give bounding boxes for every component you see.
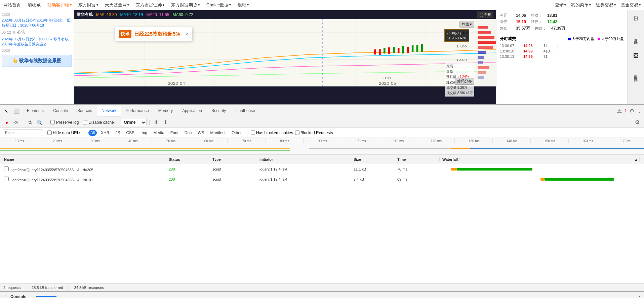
import-button[interactable]: ⬆ — [152, 118, 160, 126]
filter-sep — [45, 130, 45, 136]
nav-fund-trade[interactable]: 基金交易 — [621, 2, 641, 8]
filter-input[interactable] — [3, 129, 43, 136]
devtools-more-icon[interactable]: ⋮ — [637, 108, 642, 114]
date-label: 06-12 — [2, 30, 11, 34]
svg-rect-37 — [478, 61, 483, 64]
tab-application[interactable]: Application — [177, 106, 207, 116]
blocked-requests-input[interactable] — [295, 131, 299, 135]
svg-rect-13 — [388, 47, 390, 54]
announcement-2[interactable]: 2020年06月12日发布《600037:歌华有线2019年年度权益分派实施公 — [2, 37, 72, 47]
filter-font[interactable]: Font — [168, 130, 180, 136]
trade-rows: 13:30:07 14.96 14 ↓ 13:30:10 14.99 410 ↑… — [500, 43, 624, 59]
qr-icon-btn[interactable] — [629, 49, 643, 62]
col-waterfall[interactable]: Waterfall▲ — [440, 157, 641, 161]
feedback-icon-btn[interactable]: 意见反馈 — [629, 30, 643, 44]
tab-elements[interactable]: Elements — [22, 106, 48, 116]
nav-my-menu[interactable]: 我的菜单 — [571, 2, 591, 8]
col-initiator[interactable]: Initiator — [258, 157, 352, 161]
status-sep-2: | — [68, 286, 69, 290]
nav-securities[interactable]: 东方财富证券 — [136, 2, 164, 8]
filter-ws[interactable]: WS — [196, 130, 206, 136]
nav-mobile[interactable]: 移动客户端 — [47, 2, 72, 8]
tab-network[interactable]: Network — [97, 106, 121, 116]
tab-performance[interactable]: Performance — [121, 106, 154, 116]
col-name[interactable]: Name — [3, 157, 167, 161]
filter-button[interactable]: ⚗ — [26, 118, 34, 126]
has-blocked-cookies-input[interactable] — [251, 131, 255, 135]
filter-media[interactable]: Media — [151, 130, 166, 136]
tab-memory[interactable]: Memory — [154, 106, 177, 116]
filter-js[interactable]: JS — [113, 130, 122, 136]
svg-rect-34 — [478, 46, 493, 49]
announcement-1[interactable]: 2020年06月12日公布2019年年报分红，股权登记日：2020年06月18 — [2, 18, 72, 28]
filter-css[interactable]: CSS — [124, 130, 136, 136]
network-condition-select[interactable]: Online Offline Slow 3G — [121, 119, 147, 126]
settings-icon-btn[interactable]: ⚙ — [629, 12, 643, 25]
devtools-settings-icon[interactable]: ⚙ — [630, 108, 634, 114]
svg-rect-12 — [384, 48, 386, 53]
chouma-button[interactable]: 筹码分布 — [455, 78, 474, 85]
nav-securities-trade[interactable]: 证券交易 — [596, 2, 616, 8]
nav-fund[interactable]: 天天基金网 — [105, 2, 129, 8]
junxian-button[interactable]: 均线 ▾ — [459, 21, 474, 28]
nav-bookmark[interactable]: 加收藏 — [28, 2, 41, 8]
tl-30ms: 30 ms — [76, 139, 114, 143]
disable-cache-checkbox[interactable]: Disable cache — [83, 120, 114, 125]
tab-sources[interactable]: Sources — [73, 106, 97, 116]
blocked-requests-checkbox[interactable]: Blocked Requests — [295, 131, 333, 135]
filter-xhr[interactable]: XHR — [99, 130, 111, 136]
fullscreen-button[interactable]: ⛶ 全屏 — [477, 11, 493, 18]
svg-rect-40 — [478, 76, 484, 79]
nav-login[interactable]: 登录 — [555, 2, 566, 8]
record-button[interactable]: ● — [3, 118, 11, 126]
data-banner[interactable]: 👆 歌华有线数据全景图 — [2, 55, 72, 67]
news-tag: 快讯 — [119, 30, 131, 38]
col-type[interactable]: Type — [211, 157, 258, 161]
network-settings-button[interactable]: ⚙ — [633, 118, 641, 126]
news-close-button[interactable]: × — [186, 32, 188, 37]
nav-futures[interactable]: 东方财富期货 — [171, 2, 200, 8]
back-top-btn[interactable]: 回到顶部 — [629, 67, 643, 81]
row2-checkbox[interactable] — [4, 177, 9, 181]
export-button[interactable]: ⬇ — [162, 118, 170, 126]
tab-console[interactable]: Console — [48, 106, 73, 116]
chart-area: 歌华有线 MA5: 13.30 MA10: 13.19 MA20: 11.55 … — [74, 10, 496, 104]
nav-choice[interactable]: Choice数据 — [206, 2, 231, 8]
search-button[interactable]: 🔍 — [35, 118, 43, 126]
has-blocked-cookies-checkbox[interactable]: Has blocked cookies — [251, 131, 293, 135]
console-label[interactable]: Console — [10, 294, 26, 298]
toolbar-sep-4 — [149, 120, 150, 125]
console-close-button[interactable]: × — [638, 294, 641, 298]
filter-all[interactable]: All — [88, 130, 97, 136]
devtools-tabs: ↖ ⬜ Elements Console Sources Network Per… — [0, 105, 644, 117]
network-row-1[interactable]: get?cb=jQuery112403559570504636…&...d=20… — [0, 164, 644, 174]
qr-icon — [634, 53, 638, 58]
hide-data-urls-checkbox[interactable]: Hide data URLs — [47, 131, 81, 135]
tl-10ms: 10 ms — [0, 139, 38, 143]
disable-cache-input[interactable] — [83, 120, 87, 124]
requests-count: 2 requests — [3, 286, 21, 290]
filter-doc[interactable]: Doc — [183, 130, 194, 136]
tab-security[interactable]: Security — [207, 106, 231, 116]
nav-guba[interactable]: 股吧 — [238, 2, 249, 8]
row1-size: 11.1 kB — [352, 167, 396, 171]
inspect-tool[interactable]: ⬜ — [11, 108, 22, 114]
legend-inner-dot — [568, 38, 571, 40]
filter-img[interactable]: Img — [138, 130, 149, 136]
row1-checkbox[interactable] — [4, 166, 9, 171]
cursor-tool[interactable]: ↖ — [2, 108, 11, 114]
hide-data-urls-input[interactable] — [47, 131, 52, 135]
filter-manifest[interactable]: Manifest — [208, 130, 228, 136]
network-row-2[interactable]: get?cb=jQuery112403559570504636…&...lt=1… — [0, 174, 644, 184]
filter-other[interactable]: Other — [230, 130, 244, 136]
svg-rect-30 — [478, 26, 488, 29]
col-time[interactable]: Time — [396, 157, 440, 161]
preserve-log-input[interactable] — [50, 120, 55, 124]
col-status[interactable]: Status — [167, 157, 211, 161]
nav-dongfang[interactable]: 东方财富 — [78, 2, 98, 8]
preserve-log-checkbox[interactable]: Preserve log — [50, 120, 79, 125]
stop-button[interactable]: ⊘ — [12, 118, 20, 126]
col-size[interactable]: Size — [352, 157, 396, 161]
nav-home[interactable]: 网站首页 — [3, 2, 21, 8]
tab-lighthouse[interactable]: Lighthouse — [231, 106, 260, 116]
